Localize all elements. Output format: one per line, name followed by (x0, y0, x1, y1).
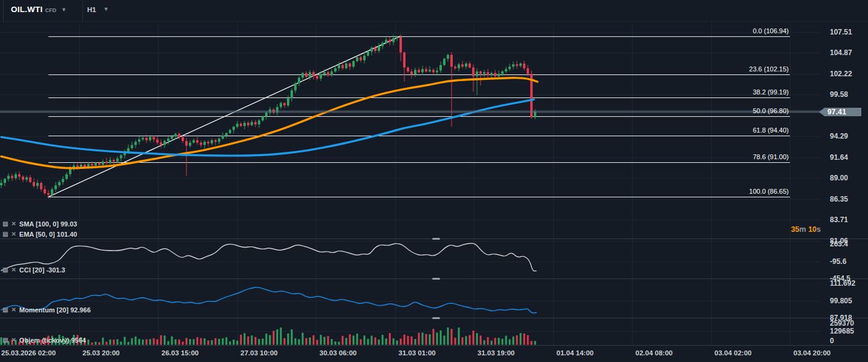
cci-legend-label: CCI [20] -301.3 (19, 266, 65, 274)
instrument-type-label: CFD (45, 7, 56, 13)
time-axis[interactable] (0, 345, 868, 362)
current-price-badge: 97.41 (819, 108, 861, 116)
indicator-legend-momentum: ▤ ✕ Momentum [20] 92.966 (2, 306, 91, 314)
header-divider (82, 0, 83, 21)
indicator-close-icon[interactable]: ✕ (11, 337, 16, 343)
header-bottom-border (0, 21, 868, 22)
indicator-close-icon[interactable]: ✕ (11, 267, 16, 273)
countdown-min-unit: m (800, 225, 806, 234)
price-axis[interactable] (820, 21, 868, 345)
indicator-close-icon[interactable]: ✕ (11, 231, 16, 237)
chevron-down-icon: ▼ (61, 7, 67, 13)
momentum-legend-label: Momentum [20] 92.966 (19, 306, 91, 314)
indicator-settings-icon[interactable]: ▤ (2, 337, 8, 343)
timeframe-label: H1 (87, 6, 96, 13)
timeframe-selector[interactable]: H1 ▼ (87, 6, 109, 13)
countdown-sec-unit: s (817, 225, 821, 234)
indicator-legend-volume: ▤ ✕ Objem (tickový) 9564 (2, 337, 86, 344)
chart-header: OIL.WTI CFD ▼ H1 ▼ (0, 0, 868, 21)
indicator-settings-icon[interactable]: ▤ (2, 267, 8, 273)
candle-countdown-timer: 35m 10s (791, 225, 821, 234)
indicator-close-icon[interactable]: ✕ (11, 221, 16, 227)
symbol-selector[interactable]: OIL.WTI CFD ▼ (11, 5, 67, 14)
countdown-minutes: 35 (791, 225, 800, 234)
indicator-settings-icon[interactable]: ▤ (2, 307, 8, 313)
indicator-legend-sma: ▤ ✕ SMA [100, 0] 99.03 (2, 220, 77, 228)
ema-legend-label: EMA [50, 0] 101.40 (19, 231, 77, 238)
header-left-edge-divider (3, 0, 4, 21)
volume-legend-label: Objem (tickový) 9564 (19, 337, 86, 344)
indicator-legend-cci: ▤ ✕ CCI [20] -301.3 (2, 266, 65, 274)
countdown-seconds: 10 (808, 225, 817, 234)
indicator-settings-icon[interactable]: ▤ (2, 221, 8, 227)
indicator-settings-icon[interactable]: ▤ (2, 231, 8, 237)
indicator-close-icon[interactable]: ✕ (11, 307, 16, 313)
symbol-label: OIL.WTI (11, 5, 42, 14)
chart-plot-area[interactable] (0, 21, 820, 345)
chevron-down-icon: ▼ (104, 6, 109, 12)
indicator-legend-ema: ▤ ✕ EMA [50, 0] 101.40 (2, 231, 77, 238)
chart-canvas[interactable]: 0.0 (106.94)23.6 (102.15)38.2 (99.19)50.… (0, 0, 868, 362)
sma-legend-label: SMA [100, 0] 99.03 (19, 220, 77, 228)
trading-chart-window: 0.0 (106.94)23.6 (102.15)38.2 (99.19)50.… (0, 0, 868, 362)
